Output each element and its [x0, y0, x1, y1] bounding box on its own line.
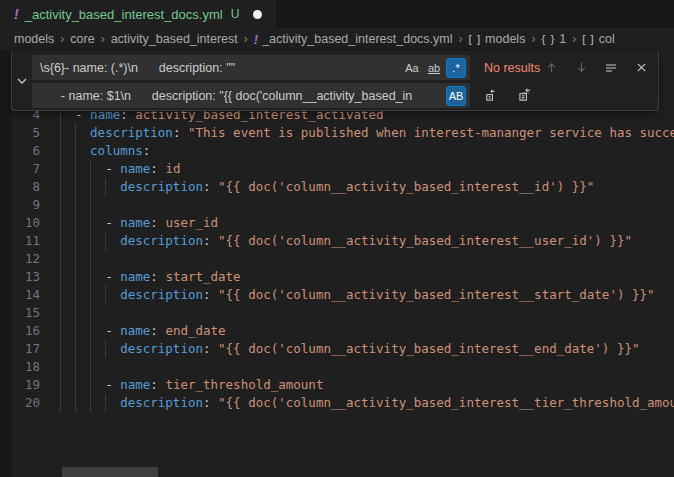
line-content: - name: start_date [60, 268, 674, 286]
line-number: 8 [0, 178, 40, 196]
horizontal-scrollbar-thumb[interactable] [62, 467, 158, 477]
breadcrumb-item-col[interactable]: [ ]col [582, 32, 615, 46]
code-line-5[interactable]: 5description: "This event is published w… [0, 124, 674, 142]
code-line-12[interactable]: 12 [0, 250, 674, 268]
indent-guide [75, 214, 90, 232]
line-content: description: "This event is published wh… [60, 124, 674, 142]
code-line-9[interactable]: 9 [0, 196, 674, 214]
breadcrumb-item-_activity_based_interest_docs.yml[interactable]: !_activity_based_interest_docs.yml [254, 32, 453, 47]
code-line-15[interactable]: 15 [0, 304, 674, 322]
indent-guide [90, 286, 105, 304]
indent-guide [105, 340, 120, 358]
code-line-20[interactable]: 20description: "{{ doc('column__activity… [0, 394, 674, 412]
indent-guide [105, 394, 120, 412]
line-content: - name: id [60, 160, 674, 178]
indent-guide [75, 394, 90, 412]
indent-guide [90, 232, 105, 250]
breadcrumb-item-1[interactable]: { }1 [541, 32, 566, 46]
tab-filename: _activity_based_interest_docs.yml [25, 7, 223, 22]
next-match-button[interactable] [570, 57, 592, 79]
breadcrumb-item-models[interactable]: models [14, 32, 54, 46]
match-case-toggle[interactable]: Aa [402, 58, 422, 78]
previous-match-button[interactable] [540, 57, 562, 79]
breadcrumb-item-activity_based_interest[interactable]: activity_based_interest [111, 32, 238, 46]
code-line-11[interactable]: 11description: "{{ doc('column__activity… [0, 232, 674, 250]
code-line-10[interactable]: 10- name: user_id [0, 214, 674, 232]
line-content: - name: tier_threshold_amount [60, 376, 674, 394]
line-number: 15 [0, 304, 40, 322]
replace-input-value: - name: $1\n description: "{{ doc('colum… [40, 89, 444, 103]
tab-bar: ! _activity_based_interest_docs.yml U [0, 0, 674, 28]
line-number: 6 [0, 142, 40, 160]
line-number: 10 [0, 214, 40, 232]
indent-guide [60, 160, 75, 178]
indent-guide [75, 178, 90, 196]
replace-button[interactable] [480, 85, 502, 107]
breadcrumb-label: activity_based_interest [111, 32, 238, 46]
line-number: 16 [0, 322, 40, 340]
indent-guide [60, 214, 75, 232]
close-find-widget-button[interactable] [630, 57, 652, 79]
find-input-value: \s{6}- name: (.*)\n description: "" [40, 61, 400, 75]
whole-word-toggle[interactable]: ab [424, 58, 444, 78]
code-area[interactable]: 1version: 223models:4- name: activity_ba… [0, 52, 674, 477]
replace-all-icon [518, 88, 533, 103]
close-icon [635, 61, 648, 74]
code-line-7[interactable]: 7- name: id [0, 160, 674, 178]
line-number: 14 [0, 286, 40, 304]
indent-guide [75, 250, 90, 268]
code-line-17[interactable]: 17description: "{{ doc('column__activity… [0, 340, 674, 358]
breadcrumb-separator-icon: › [101, 32, 105, 46]
indent-guide [60, 196, 75, 214]
indent-guide [60, 250, 75, 268]
tab-active-file[interactable]: ! _activity_based_interest_docs.yml U [0, 0, 275, 28]
indent-guide [90, 322, 105, 340]
indent-guide [75, 286, 90, 304]
indent-guide [90, 250, 105, 268]
breadcrumb-item-models[interactable]: [ ]models [469, 32, 526, 46]
code-line-8[interactable]: 8description: "{{ doc('column__activity_… [0, 178, 674, 196]
line-content [60, 304, 674, 322]
line-number: 13 [0, 268, 40, 286]
breadcrumb-label: 1 [559, 32, 566, 46]
line-content: description: "{{ doc('column__activity_b… [60, 286, 674, 304]
toggle-replace-button[interactable] [12, 51, 32, 110]
indent-guide [60, 142, 75, 160]
code-line-16[interactable]: 16- name: end_date [0, 322, 674, 340]
line-number: 20 [0, 394, 40, 412]
indent-guide [90, 214, 105, 232]
line-content: description: "{{ doc('column__activity_b… [60, 340, 674, 358]
indent-guide [90, 376, 105, 394]
editor[interactable]: 1version: 223models:4- name: activity_ba… [0, 50, 674, 477]
breadcrumb-separator-icon: › [459, 32, 463, 46]
indent-guide [75, 232, 90, 250]
indent-guide [60, 322, 75, 340]
replace-all-button[interactable] [514, 85, 536, 107]
indent-guide [75, 160, 90, 178]
unsaved-changes-dot-icon[interactable] [253, 10, 262, 19]
indent-guide [90, 160, 105, 178]
code-line-14[interactable]: 14description: "{{ doc('column__activity… [0, 286, 674, 304]
find-input[interactable]: \s{6}- name: (.*)\n description: "" Aa a… [32, 55, 470, 80]
regex-toggle[interactable]: .* [446, 58, 466, 78]
indent-guide [60, 340, 75, 358]
indent-guide [60, 178, 75, 196]
breadcrumb-item-core[interactable]: core [70, 32, 94, 46]
find-in-selection-button[interactable] [600, 57, 622, 79]
indent-guide [75, 358, 90, 376]
replace-input[interactable]: - name: $1\n description: "{{ doc('colum… [32, 83, 470, 108]
indent-guide [75, 142, 90, 160]
replace-icon [484, 88, 499, 103]
find-in-selection-icon [604, 61, 618, 75]
breadcrumb-label: _activity_based_interest_docs.yml [262, 32, 452, 46]
code-line-18[interactable]: 18 [0, 358, 674, 376]
indent-guide [75, 322, 90, 340]
code-line-6[interactable]: 6columns: [0, 142, 674, 160]
preserve-case-toggle[interactable]: AB [446, 86, 466, 106]
breadcrumb-separator-icon: › [572, 32, 576, 46]
git-untracked-badge: U [231, 7, 240, 21]
arrow-down-icon [575, 61, 588, 74]
indent-guide [60, 358, 75, 376]
code-line-19[interactable]: 19- name: tier_threshold_amount [0, 376, 674, 394]
code-line-13[interactable]: 13- name: start_date [0, 268, 674, 286]
